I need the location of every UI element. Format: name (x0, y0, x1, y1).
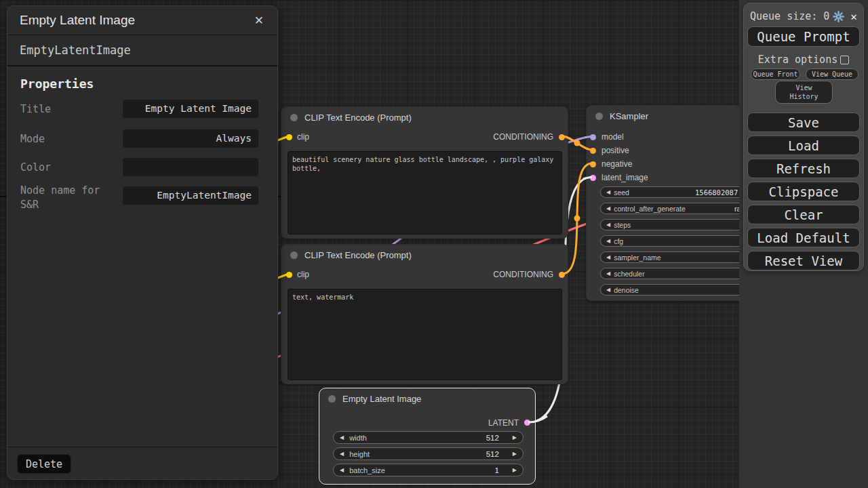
link-midpoint-dot (574, 216, 580, 222)
dialog-footer-divider (7, 447, 277, 447)
widget-sampler-name[interactable]: ◀ sampler_name (600, 251, 739, 263)
clip-input-slot[interactable] (286, 272, 292, 278)
field-label-title: Title (20, 102, 123, 117)
widget-seed[interactable]: ◀ seed 1566802087 (600, 186, 739, 198)
decrement-icon[interactable]: ◀ (606, 238, 610, 244)
comfy-menu: Queue size: 0 ✕ Queue Prompt Extra (743, 3, 864, 271)
decrement-icon[interactable]: ◀ (606, 287, 610, 293)
conditioning-output-label: CONDITIONING (493, 270, 553, 279)
node-header[interactable]: CLIP Text Encode (Prompt) (281, 245, 568, 265)
properties-dialog: Empty Latent Image ✕ EmptyLatentImage Pr… (7, 5, 278, 480)
model-input-label: model (601, 132, 624, 142)
queue-size-label: Queue size: 0 (750, 10, 829, 22)
widget-batch-size[interactable]: ◀ batch_size 1 ▶ (333, 464, 524, 476)
close-menu-icon[interactable]: ✕ (850, 10, 857, 23)
field-title[interactable]: Empty Latent Image (123, 100, 258, 118)
field-node-name[interactable]: EmptyLatentImage (123, 186, 258, 205)
queue-prompt-button[interactable]: Queue Prompt (747, 26, 860, 47)
increment-icon[interactable]: ▶ (513, 451, 517, 457)
clear-button[interactable]: Clear (747, 205, 860, 224)
refresh-button[interactable]: Refresh (747, 159, 860, 178)
latent-output-label: LATENT (488, 418, 519, 428)
collapse-dot-icon[interactable] (595, 113, 603, 120)
dialog-title: Empty Latent Image (20, 13, 250, 28)
link-midpoint-dot (574, 140, 580, 146)
view-queue-button[interactable]: View Queue (806, 68, 859, 80)
prompt-textarea[interactable]: text, watermark (288, 289, 562, 380)
widget-steps[interactable]: ◀ steps (600, 219, 739, 230)
widget-width[interactable]: ◀ width 512 ▶ (333, 431, 524, 444)
field-label-node-name: Node name for S&R (20, 184, 123, 212)
collapse-dot-icon[interactable] (290, 251, 298, 259)
widget-height[interactable]: ◀ height 512 ▶ (333, 447, 524, 460)
close-icon[interactable]: ✕ (250, 12, 268, 29)
clip-input-label: clip (297, 270, 309, 279)
field-label-mode: Mode (20, 132, 123, 146)
load-button[interactable]: Load (747, 136, 860, 155)
decrement-icon[interactable]: ◀ (606, 222, 610, 228)
settings-gear-icon[interactable] (833, 11, 844, 22)
widget-denoise[interactable]: ◀ denoise (600, 284, 739, 296)
node-title: Empty Latent Image (342, 394, 421, 404)
collapse-dot-icon[interactable] (328, 395, 336, 403)
node-header[interactable]: KSampler (587, 106, 739, 126)
node-header[interactable]: Empty Latent Image (319, 388, 535, 409)
save-button[interactable]: Save (747, 113, 860, 132)
prompt-textarea[interactable]: beautiful scenery nature glass bottle la… (288, 151, 562, 235)
node-clip-text-encode-positive[interactable]: CLIP Text Encode (Prompt) clip CONDITION… (281, 106, 568, 239)
queue-front-button[interactable]: Queue Front (751, 68, 800, 80)
field-label-color: Color (20, 161, 123, 175)
negative-input-slot[interactable] (590, 161, 596, 167)
positive-input-slot[interactable] (590, 148, 596, 154)
load-default-button[interactable]: Load Default (747, 228, 860, 247)
decrement-icon[interactable]: ◀ (606, 189, 610, 195)
conditioning-output-slot[interactable] (559, 272, 565, 278)
model-input-slot[interactable] (590, 134, 596, 140)
node-empty-latent-image[interactable]: Empty Latent Image LATENT ◀ width 512 ▶ … (319, 388, 536, 485)
clip-input-slot[interactable] (286, 134, 292, 140)
latent-image-input-slot[interactable] (590, 175, 596, 181)
conditioning-output-label: CONDITIONING (493, 132, 553, 142)
extra-options-label: Extra options (758, 54, 837, 66)
clip-input-label: clip (297, 132, 309, 142)
field-mode[interactable]: Always (123, 129, 258, 148)
conditioning-output-slot[interactable] (559, 134, 565, 140)
delete-button[interactable]: Delete (17, 454, 71, 474)
node-title: CLIP Text Encode (Prompt) (304, 250, 412, 260)
positive-input-label: positive (601, 146, 629, 155)
decrement-icon[interactable]: ◀ (340, 451, 344, 457)
decrement-icon[interactable]: ◀ (606, 205, 610, 211)
widget-control-after-generate[interactable]: ◀ control_after_generate randomize (600, 203, 739, 214)
collapse-dot-icon[interactable] (290, 114, 298, 121)
latent-output-slot[interactable] (524, 420, 530, 426)
decrement-icon[interactable]: ◀ (606, 254, 610, 260)
increment-icon[interactable]: ▶ (513, 434, 517, 441)
node-type-name: EmptyLatentImage (7, 35, 277, 66)
node-header[interactable]: CLIP Text Encode (Prompt) (281, 107, 568, 127)
extra-options-checkbox[interactable] (840, 56, 849, 64)
node-title: CLIP Text Encode (Prompt) (304, 113, 412, 123)
properties-section-title: Properties (20, 77, 94, 91)
increment-icon[interactable]: ▶ (513, 467, 517, 473)
widget-cfg[interactable]: ◀ cfg (600, 235, 739, 247)
clipspace-button[interactable]: Clipspace (747, 182, 860, 201)
decrement-icon[interactable]: ◀ (340, 434, 344, 441)
widget-scheduler[interactable]: ◀ scheduler (600, 268, 739, 279)
decrement-icon[interactable]: ◀ (606, 270, 610, 277)
node-ksampler[interactable]: KSampler model positive negative latent_… (586, 105, 739, 301)
reset-view-button[interactable]: Reset View (747, 251, 860, 270)
view-history-button[interactable]: View History (775, 81, 833, 104)
negative-input-label: negative (601, 159, 632, 169)
node-title: KSampler (610, 111, 648, 121)
field-color[interactable] (123, 158, 258, 176)
node-clip-text-encode-negative[interactable]: CLIP Text Encode (Prompt) clip CONDITION… (281, 244, 568, 384)
latent-image-input-label: latent_image (601, 173, 648, 182)
decrement-icon[interactable]: ◀ (340, 467, 344, 473)
